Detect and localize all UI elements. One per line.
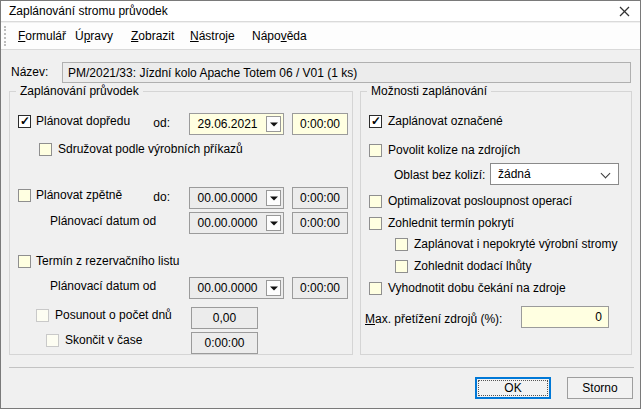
menu-bar: Formulář Úpravy Zobrazit Nástroje Nápově… — [1, 23, 640, 50]
group-schedule: Zaplánování průvodek Plánovat dopředu od… — [9, 91, 353, 355]
group-schedule-title: Zaplánování průvodek — [16, 84, 143, 99]
dialog-title: Zaplánování stromu průvodek — [9, 4, 168, 18]
planning-date-2-value: 00.00.0000 — [190, 278, 265, 298]
reservation-term-label: Termín z rezervačního listu — [36, 254, 179, 269]
collision-free-area-label: Oblast bez kolizí: — [394, 168, 485, 183]
plan-forward-date-value: 29.06.2021 — [190, 114, 265, 134]
plan-backward-date-dropdown-button — [266, 190, 281, 206]
ok-button[interactable]: OK — [475, 377, 551, 399]
dropdown-arrow-icon — [270, 123, 278, 127]
max-overload-input[interactable] — [521, 306, 609, 328]
delivery-times-label: Zohlednit dodací lhůty — [414, 259, 531, 274]
plan-backward-label: Plánovat zpětně — [36, 188, 122, 203]
group-by-orders-checkbox[interactable] — [39, 143, 52, 156]
dropdown-arrow-icon — [270, 222, 278, 226]
menu-item-upravy[interactable]: Úpravy — [75, 29, 113, 43]
reservation-term-checkbox[interactable] — [18, 255, 31, 268]
menu-item-zobrazit[interactable]: Zobrazit — [131, 29, 174, 43]
planning-date-1-time-field: 0:00:00 — [292, 212, 348, 234]
plan-backward-checkbox[interactable] — [18, 189, 31, 202]
dropdown-arrow-icon — [270, 197, 278, 201]
planning-date-2-time-field: 0:00:00 — [292, 277, 348, 299]
collision-free-area-combobox[interactable]: žádná — [490, 163, 619, 185]
chevron-down-icon — [601, 169, 611, 179]
dropdown-arrow-icon — [270, 287, 278, 291]
planning-date-2-combo: 00.00.0000 — [189, 277, 284, 299]
close-button[interactable] — [616, 4, 632, 19]
end-at-time-label: Skončit v čase — [65, 333, 142, 348]
title-bar: Zaplánování stromu průvodek — [1, 1, 640, 22]
shift-days-label: Posunout o počet dnů — [55, 308, 172, 323]
name-field — [62, 62, 631, 83]
planning-date-1-dropdown-button — [266, 215, 281, 231]
coverage-term-checkbox[interactable] — [369, 217, 382, 230]
shift-days-checkbox — [36, 309, 49, 322]
uncovered-trees-label: Zaplánovat i nepokryté výrobní stromy — [414, 237, 617, 252]
end-at-time-field: 0:00:00 — [191, 332, 258, 354]
planning-date-1-combo: 00.00.0000 — [189, 212, 284, 234]
schedule-marked-label: Zaplánovat označené — [388, 114, 503, 129]
toolbar-grip-icon[interactable] — [4, 26, 7, 46]
plan-forward-label: Plánovat dopředu — [36, 114, 130, 129]
shift-days-field: 0,00 — [191, 307, 258, 329]
close-icon — [619, 6, 630, 17]
max-overload-label: Max. přetížení zdrojů (%): — [365, 312, 502, 327]
menu-item-napoveda[interactable]: Nápověda — [252, 29, 307, 43]
group-options-title: Možnosti zaplánování — [367, 84, 491, 99]
allow-collisions-label: Povolit kolize na zdrojích — [388, 143, 520, 158]
waiting-time-label: Vyhodnotit dobu čekání na zdroje — [388, 281, 566, 296]
planning-date-1-label: Plánovací datum od — [50, 214, 156, 229]
group-by-orders-label: Sdružovat podle výrobních příkazů — [58, 142, 243, 157]
plan-forward-date-dropdown-button[interactable] — [266, 116, 281, 132]
plan-backward-date-value: 00.00.0000 — [190, 188, 265, 208]
plan-forward-from-label: od: — [122, 116, 170, 131]
optimize-sequence-checkbox[interactable] — [369, 195, 382, 208]
waiting-time-checkbox[interactable] — [369, 282, 382, 295]
planning-date-1-value: 00.00.0000 — [190, 213, 265, 233]
schedule-marked-checkbox[interactable] — [369, 115, 382, 128]
coverage-term-label: Zohlednit termín pokrytí — [388, 216, 514, 231]
name-label: Název: — [11, 65, 48, 80]
plan-backward-date-combo: 00.00.0000 — [189, 187, 284, 209]
planning-date-2-dropdown-button — [266, 280, 281, 296]
end-at-time-checkbox — [46, 334, 59, 347]
allow-collisions-checkbox[interactable] — [369, 144, 382, 157]
optimize-sequence-label: Optimalizovat posloupnost operací — [388, 194, 572, 209]
dialog-window: Zaplánování stromu průvodek Formulář Úpr… — [0, 0, 641, 409]
menu-item-formular[interactable]: Formulář — [18, 29, 66, 43]
delivery-times-checkbox[interactable] — [395, 260, 408, 273]
planning-date-2-label: Plánovací datum od — [50, 279, 156, 294]
plan-forward-checkbox[interactable] — [18, 115, 31, 128]
collision-free-area-value: žádná — [498, 164, 531, 184]
menu-item-nastroje[interactable]: Nástroje — [190, 29, 235, 43]
plan-forward-time-field[interactable]: 0:00:00 — [292, 113, 348, 135]
uncovered-trees-checkbox[interactable] — [395, 238, 408, 251]
separator — [9, 367, 634, 368]
plan-backward-to-label: do: — [122, 190, 170, 205]
storno-button[interactable]: Storno — [567, 377, 633, 399]
plan-backward-time-field: 0:00:00 — [292, 187, 348, 209]
plan-forward-date-combo[interactable]: 29.06.2021 — [189, 113, 284, 135]
